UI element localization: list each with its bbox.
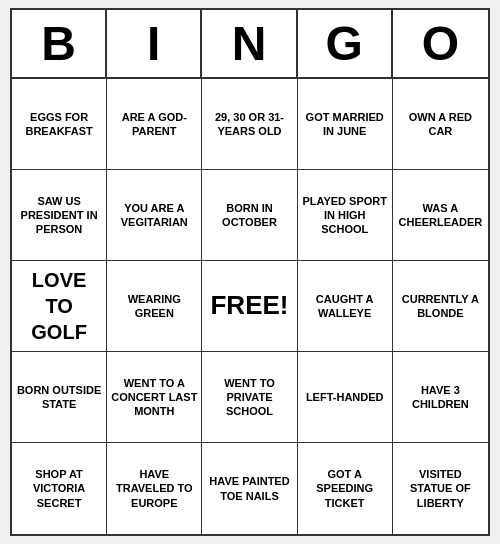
bingo-letter-b: B	[12, 10, 107, 77]
bingo-cell-14[interactable]: CURRENTLY A BLONDE	[393, 261, 488, 352]
bingo-letter-o: O	[393, 10, 488, 77]
bingo-cell-13[interactable]: CAUGHT A WALLEYE	[298, 261, 393, 352]
bingo-cell-24[interactable]: VISITED STATUE OF LIBERTY	[393, 443, 488, 534]
bingo-cell-18[interactable]: LEFT-HANDED	[298, 352, 393, 443]
bingo-cell-22[interactable]: HAVE PAINTED TOE NAILS	[202, 443, 297, 534]
bingo-cell-6[interactable]: YOU ARE A VEGITARIAN	[107, 170, 202, 261]
bingo-cell-3[interactable]: GOT MARRIED IN JUNE	[298, 79, 393, 170]
bingo-cell-4[interactable]: OWN A RED CAR	[393, 79, 488, 170]
bingo-cell-15[interactable]: BORN OUTSIDE STATE	[12, 352, 107, 443]
bingo-cell-9[interactable]: WAS A CHEERLEADER	[393, 170, 488, 261]
bingo-card: BINGO EGGS FOR BREAKFASTARE A GOD-PARENT…	[10, 8, 490, 536]
bingo-cell-10[interactable]: LOVE TO GOLF	[12, 261, 107, 352]
bingo-cell-19[interactable]: HAVE 3 CHILDREN	[393, 352, 488, 443]
bingo-cell-8[interactable]: PLAYED SPORT IN HIGH SCHOOL	[298, 170, 393, 261]
bingo-cell-17[interactable]: WENT TO PRIVATE SCHOOL	[202, 352, 297, 443]
bingo-cell-16[interactable]: WENT TO A CONCERT LAST MONTH	[107, 352, 202, 443]
bingo-grid: EGGS FOR BREAKFASTARE A GOD-PARENT29, 30…	[12, 79, 488, 534]
bingo-cell-2[interactable]: 29, 30 OR 31-YEARS OLD	[202, 79, 297, 170]
bingo-cell-1[interactable]: ARE A GOD-PARENT	[107, 79, 202, 170]
bingo-cell-11[interactable]: WEARING GREEN	[107, 261, 202, 352]
bingo-header: BINGO	[12, 10, 488, 79]
bingo-cell-23[interactable]: GOT A SPEEDING TICKET	[298, 443, 393, 534]
bingo-cell-0[interactable]: EGGS FOR BREAKFAST	[12, 79, 107, 170]
bingo-cell-7[interactable]: BORN IN OCTOBER	[202, 170, 297, 261]
bingo-cell-20[interactable]: SHOP AT VICTORIA SECRET	[12, 443, 107, 534]
bingo-letter-i: I	[107, 10, 202, 77]
free-space[interactable]: Free!	[202, 261, 297, 352]
bingo-cell-5[interactable]: SAW US PRESIDENT IN PERSON	[12, 170, 107, 261]
bingo-letter-n: N	[202, 10, 297, 77]
bingo-cell-21[interactable]: HAVE TRAVELED TO EUROPE	[107, 443, 202, 534]
bingo-letter-g: G	[298, 10, 393, 77]
